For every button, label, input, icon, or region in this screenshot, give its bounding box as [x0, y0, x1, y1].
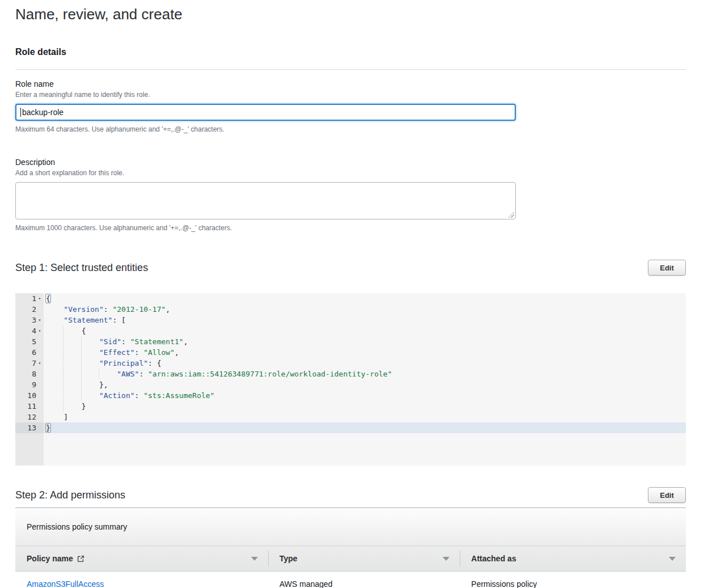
line-number: 9	[32, 379, 36, 390]
table-row: AmazonS3FullAccessAWS managedPermissions…	[15, 572, 686, 588]
sort-icon[interactable]	[443, 557, 449, 561]
divider	[15, 69, 686, 70]
editor-code-line[interactable]: "AWS": "arn:aws:iam::541263489771:role/w…	[44, 369, 686, 379]
column-header-type[interactable]: Type	[268, 546, 460, 572]
description-label: Description	[15, 157, 686, 167]
editor-code[interactable]: { "Version": "2012-10-17", "Statement": …	[44, 293, 686, 433]
role-name-helper: Enter a meaningful name to identify this…	[15, 90, 686, 99]
line-number: 1	[32, 293, 36, 304]
editor-code-line[interactable]: "Action": "sts:AssumeRole"	[44, 390, 686, 401]
editor-gutter-line: 8	[15, 369, 44, 379]
column-header-policy-name[interactable]: Policy name	[15, 546, 268, 572]
table-header-row: Policy name Type	[15, 546, 686, 572]
editor-code-line[interactable]: "Principal": {	[44, 358, 686, 369]
description-textarea-wrap	[15, 182, 516, 219]
fold-arrow-icon[interactable]: ▾	[36, 325, 43, 336]
line-number: 2	[32, 304, 36, 315]
line-number: 3	[32, 315, 36, 325]
step1-edit-button[interactable]: Edit	[648, 260, 686, 276]
line-number: 10	[27, 390, 36, 401]
text-caret	[20, 108, 21, 117]
column-label: Policy name	[27, 554, 73, 563]
step1-heading: Step 1: Select trusted entities	[15, 261, 148, 274]
description-textarea[interactable]	[15, 182, 516, 219]
editor-code-line[interactable]: }	[44, 401, 686, 412]
line-number: 7	[32, 358, 36, 369]
sort-icon[interactable]	[669, 557, 676, 561]
policy-name-cell: AmazonS3FullAccess	[15, 572, 268, 588]
role-details-heading: Role details	[15, 46, 686, 58]
editor-gutter-line: 12	[15, 412, 44, 422]
editor-code-line[interactable]: "Version": "2012-10-17",	[44, 304, 686, 315]
column-label: Attached as	[471, 554, 516, 563]
policy-name-link[interactable]: AmazonS3FullAccess	[27, 579, 104, 588]
permissions-table: Policy name Type	[15, 545, 686, 588]
editor-gutter-line: 11	[15, 401, 44, 412]
line-number: 11	[27, 401, 36, 412]
fold-arrow-icon[interactable]: ▾	[36, 293, 43, 304]
external-link-icon	[77, 555, 84, 562]
trust-policy-editor[interactable]: 1▾23▾4▾567▾8910111213 { "Version": "2012…	[15, 293, 686, 466]
editor-code-line[interactable]: {	[44, 293, 686, 304]
line-number: 12	[27, 412, 36, 422]
step2-heading: Step 2: Add permissions	[15, 488, 125, 502]
editor-gutter-line: 2	[15, 304, 44, 315]
line-number: 13	[27, 422, 36, 433]
editor-code-line[interactable]: "Statement": [	[44, 315, 686, 325]
sort-icon[interactable]	[251, 557, 258, 561]
editor-code-line[interactable]: }	[44, 422, 686, 433]
resize-handle-icon[interactable]	[508, 211, 514, 218]
editor-gutter: 1▾23▾4▾567▾8910111213	[15, 293, 44, 466]
role-name-input[interactable]	[15, 104, 516, 121]
editor-gutter-line: 3▾	[15, 315, 44, 325]
description-constraint: Maximum 1000 characters. Use alphanumeri…	[15, 223, 686, 232]
fold-arrow-icon[interactable]: ▾	[36, 358, 43, 369]
role-name-constraint: Maximum 64 characters. Use alphanumeric …	[15, 125, 686, 134]
line-number: 4	[32, 325, 36, 336]
role-name-input-wrap	[15, 104, 516, 121]
permissions-summary-title: Permissions policy summary	[27, 522, 127, 531]
editor-code-line[interactable]: {	[44, 325, 686, 336]
column-label: Type	[279, 554, 298, 563]
editor-gutter-line: 1▾	[15, 293, 44, 304]
step2-header-row: Step 2: Add permissions Edit	[15, 487, 686, 503]
editor-code-line[interactable]: },	[44, 379, 686, 390]
editor-gutter-line: 9	[15, 379, 44, 390]
fold-arrow-icon[interactable]: ▾	[36, 315, 43, 325]
page-container: Name, review, and create Role details Ro…	[0, 0, 704, 588]
attached-as-cell: Permissions policy	[460, 572, 686, 588]
line-number: 5	[32, 336, 36, 347]
permissions-summary-panel: Permissions policy summary	[15, 508, 686, 545]
line-number: 6	[32, 347, 36, 358]
step2-edit-button[interactable]: Edit	[648, 487, 686, 503]
column-header-attached-as[interactable]: Attached as	[460, 546, 686, 572]
editor-gutter-line: 6	[15, 347, 44, 358]
editor-gutter-line: 13	[15, 422, 44, 433]
policy-type-cell: AWS managed	[268, 572, 460, 588]
line-number: 8	[32, 369, 36, 379]
role-name-label: Role name	[15, 79, 686, 89]
editor-gutter-line: 10	[15, 390, 44, 401]
editor-code-line[interactable]: "Effect": "Allow",	[44, 347, 686, 358]
editor-gutter-line: 7▾	[15, 358, 44, 369]
editor-code-line[interactable]: "Sid": "Statement1",	[44, 336, 686, 347]
permissions-table-body: AmazonS3FullAccessAWS managedPermissions…	[15, 572, 686, 588]
description-helper: Add a short explanation for this role.	[15, 168, 686, 177]
step1-header-row: Step 1: Select trusted entities Edit	[15, 260, 686, 276]
editor-gutter-line: 4▾	[15, 325, 44, 336]
page-title: Name, review, and create	[15, 5, 686, 24]
editor-gutter-line: 5	[15, 336, 44, 347]
editor-code-line[interactable]: ]	[44, 412, 686, 422]
